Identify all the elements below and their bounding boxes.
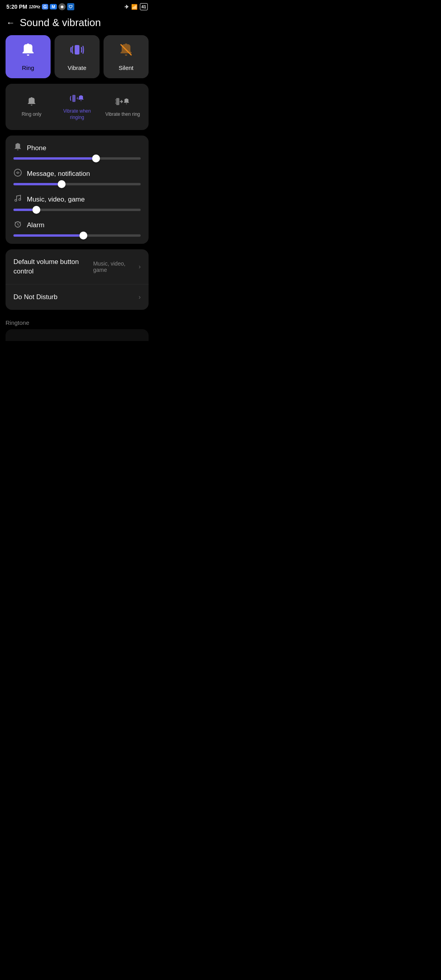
svg-point-7 xyxy=(16,172,17,173)
ring-only-icon xyxy=(26,96,37,109)
phone-volume-text: Phone xyxy=(27,144,46,152)
message-volume-label: Message, notification xyxy=(13,168,141,179)
message-icon xyxy=(13,168,22,179)
music-volume-label: Music, video, game xyxy=(13,194,141,205)
ring-mode-label: Ring xyxy=(22,64,34,71)
wifi-icon: 📶 xyxy=(131,4,138,10)
mode-selector: Ring Vibrate Silent xyxy=(0,35,154,84)
music-volume-slider[interactable] xyxy=(13,209,141,211)
status-hz: 120Hz xyxy=(29,5,40,9)
battery-indicator: 41 xyxy=(140,3,148,10)
music-volume-item: Music, video, game xyxy=(13,194,141,211)
music-volume-text: Music, video, game xyxy=(27,196,85,204)
vibrate-then-ring-icon xyxy=(115,96,130,109)
message-volume-item: Message, notification xyxy=(13,168,141,185)
vibrate-when-ringing-label: Vibrate when ringing xyxy=(56,108,98,121)
svg-point-8 xyxy=(19,172,20,173)
phone-volume-slider[interactable] xyxy=(13,157,141,160)
do-not-disturb-label: Do Not Disturb xyxy=(13,292,57,302)
status-time: 5:20 PM xyxy=(6,4,27,10)
vibrate-when-ringing-option[interactable]: + Vibrate when ringing xyxy=(54,90,100,124)
vibrate-mode-icon xyxy=(70,42,85,60)
silent-mode-icon xyxy=(119,42,134,60)
page-header: ← Sound & vibration xyxy=(0,12,154,35)
message-volume-text: Message, notification xyxy=(27,170,90,178)
phone-volume-item: Phone xyxy=(13,143,141,160)
alarm-volume-label: Alarm xyxy=(13,220,141,230)
message-volume-slider[interactable] xyxy=(13,183,141,185)
status-left: 5:20 PM 120Hz G M ◉ 🛡 xyxy=(6,3,74,10)
alarm-volume-slider[interactable] xyxy=(13,234,141,237)
ring-mode-button[interactable]: Ring xyxy=(6,35,51,78)
svg-point-6 xyxy=(17,172,19,173)
default-volume-button-row[interactable]: Default volume button control Music, vid… xyxy=(6,249,149,285)
ring-submode-selector: Ring only + Vibrate when ringing xyxy=(6,84,149,130)
do-not-disturb-row[interactable]: Do Not Disturb › xyxy=(6,285,149,310)
volume-section: Phone Message, notification xyxy=(6,136,149,244)
svg-rect-4 xyxy=(116,98,119,105)
vibrate-mode-button[interactable]: Vibrate xyxy=(55,35,100,78)
do-not-disturb-chevron-icon: › xyxy=(139,294,141,301)
back-button[interactable]: ← xyxy=(6,18,15,28)
vibrate-then-ring-label: Vibrate then ring xyxy=(105,111,140,118)
settings-section: Default volume button control Music, vid… xyxy=(6,249,149,309)
m-app-icon: M xyxy=(50,4,57,9)
ring-mode-icon xyxy=(21,42,36,60)
g-app-icon: G xyxy=(42,4,49,9)
phone-volume-label: Phone xyxy=(13,143,141,153)
page-title: Sound & vibration xyxy=(20,17,101,29)
ring-only-label: Ring only xyxy=(22,111,41,118)
vibrate-then-ring-option[interactable]: Vibrate then ring xyxy=(100,93,145,121)
vibrate-mode-label: Vibrate xyxy=(68,64,86,71)
vibrate-when-ringing-icon: + xyxy=(70,93,84,106)
ring-only-option[interactable]: Ring only xyxy=(9,93,54,121)
airplane-icon: ✈ xyxy=(124,4,129,10)
default-volume-button-label: Default volume button control xyxy=(13,257,93,276)
svg-rect-2 xyxy=(72,95,75,102)
svg-point-10 xyxy=(19,199,21,201)
svg-point-5 xyxy=(14,169,21,176)
alarm-volume-text: Alarm xyxy=(27,221,44,229)
shield-app-icon: 🛡 xyxy=(67,3,74,10)
status-right: ✈ 📶 41 xyxy=(124,3,148,10)
circle-app-icon: ◉ xyxy=(58,3,66,10)
ringtone-section-label: Ringtone xyxy=(0,315,154,329)
do-not-disturb-value: › xyxy=(139,294,141,301)
phone-bell-icon xyxy=(13,143,22,153)
svg-text:+: + xyxy=(76,96,79,101)
silent-mode-label: Silent xyxy=(119,64,134,71)
music-icon xyxy=(13,194,22,205)
default-volume-button-value: Music, video, game › xyxy=(93,260,141,273)
silent-mode-button[interactable]: Silent xyxy=(104,35,149,78)
status-bar: 5:20 PM 120Hz G M ◉ 🛡 ✈ 📶 41 xyxy=(0,0,154,12)
alarm-volume-item: Alarm xyxy=(13,220,141,237)
svg-point-9 xyxy=(15,200,17,202)
svg-rect-0 xyxy=(75,45,79,55)
default-volume-chevron-icon: › xyxy=(139,263,141,270)
alarm-icon xyxy=(13,220,22,230)
